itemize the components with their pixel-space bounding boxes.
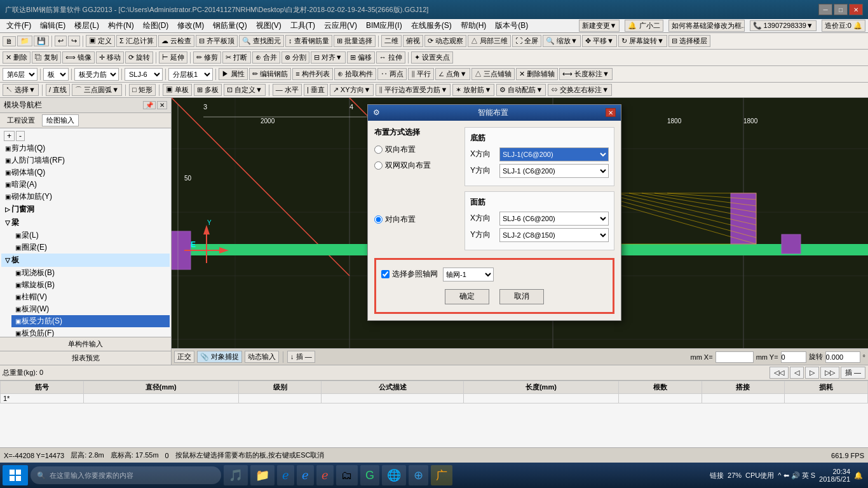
menu-bim[interactable]: BIM应用(I) (362, 19, 406, 32)
length-mark-btn[interactable]: ⟷ 长度标注▼ (559, 68, 613, 80)
tree-masonry-rebar[interactable]: ▣ 砌体加筋(Y) (1, 191, 170, 203)
horizontal-btn[interactable]: — 水平 (273, 84, 302, 96)
menu-file[interactable]: 文件(F) (3, 19, 35, 32)
top-view-btn[interactable]: 俯视 (403, 35, 423, 47)
cancel-button[interactable]: 取消 (499, 289, 544, 304)
multi-board-btn[interactable]: ⊞ 多板 (194, 84, 222, 96)
taskbar-clock[interactable]: 20:34 2018/5/21 (819, 468, 850, 483)
dialog-title-bar[interactable]: ⚙ 智能布置 ✕ (368, 105, 621, 121)
pick-component-btn[interactable]: ⊕ 拾取构件 (334, 68, 376, 80)
menu-online[interactable]: 在线服务(S) (407, 19, 456, 32)
dynamic-view-btn[interactable]: ⟳ 动态观察 (424, 35, 466, 47)
nav-drawing-input[interactable]: 绘图输入 (42, 114, 79, 126)
taskbar-files[interactable]: 🗂 (336, 465, 358, 485)
new-change-btn[interactable]: 新建变更▼ (579, 20, 620, 32)
cloud-check-btn[interactable]: ☁ 云检查 (158, 35, 194, 47)
minimize-button[interactable]: ─ (818, 4, 832, 15)
add-floor-btn[interactable]: + (4, 131, 15, 141)
tree-beam[interactable]: ▽ 梁 (1, 216, 170, 229)
sidebar-close-btn[interactable]: ✕ (157, 101, 167, 109)
help-link-btn[interactable]: 如何将基础梁修改为框... (668, 20, 745, 32)
first-btn[interactable]: ◁◁ (770, 367, 789, 379)
menu-tools[interactable]: 工具(T) (287, 19, 319, 32)
mirror-btn[interactable]: ⟺ 镜像 (62, 51, 95, 64)
taskbar-edge2[interactable]: ℯ (316, 465, 334, 485)
tree-slab-hole[interactable]: ▣ 板洞(W) (11, 303, 170, 315)
taskbar-ggj[interactable]: 广 (431, 465, 452, 485)
tree-slab-rebar[interactable]: ▣ 板受力筋(S) (11, 315, 170, 327)
level-btn[interactable]: ⊟ 齐平板顶 (196, 35, 238, 47)
menu-cloud[interactable]: 云应用(V) (320, 19, 361, 32)
define-btn[interactable]: ▣ 定义 (86, 35, 115, 47)
property-btn[interactable]: ▶ 属性 (219, 68, 248, 80)
zoom-btn[interactable]: 🔍 缩放▼ (543, 35, 581, 47)
modify-btn[interactable]: ✏ 修剪 (193, 51, 221, 64)
auto-config-btn[interactable]: ⚙ 自动配筋▼ (496, 84, 546, 96)
menu-view[interactable]: 视图(V) (252, 19, 285, 32)
last-btn[interactable]: ▷▷ (820, 367, 839, 379)
new-btn[interactable]: 🗎 (3, 36, 16, 46)
select-axis-checkbox-row[interactable]: 选择参照轴网 (381, 269, 438, 280)
tree-door-window[interactable]: ▷ 门窗洞 (1, 203, 170, 216)
bottom-x-select[interactable]: SLJ-1(C6@200) (499, 147, 609, 161)
menu-help[interactable]: 帮助(H) (457, 19, 491, 32)
menu-rebar[interactable]: 钢筋量(Q) (209, 19, 250, 32)
2d-btn[interactable]: 二维 (381, 35, 402, 47)
tree-masonry-wall[interactable]: ▣ 砌体墙(Q) (1, 166, 170, 179)
insert-row-btn[interactable]: 插 — (841, 367, 865, 379)
fullscreen-btn[interactable]: ⛶ 全屏 (512, 35, 541, 47)
menu-version[interactable]: 版本号(B) (491, 19, 532, 32)
local-3d-btn[interactable]: △ 局部三维 (468, 35, 511, 47)
xy-dir-btn[interactable]: ↗ XY方向▼ (330, 84, 374, 96)
taskbar-green-app[interactable]: G (360, 465, 379, 485)
parallel-edge-btn[interactable]: ∥ 平行边布置受力筋▼ (376, 84, 451, 96)
start-button[interactable] (3, 465, 28, 485)
move-btn[interactable]: ✛ 移动 (96, 51, 124, 64)
menu-draw[interactable]: 绘图(D) (139, 19, 173, 32)
top-x-select[interactable]: SLJ-6 (C6@200) (499, 212, 609, 226)
component-list-btn[interactable]: ≡ 构件列表 (292, 68, 332, 80)
nav-engineering-settings[interactable]: 工程设置 (3, 114, 39, 126)
cost-btn[interactable]: 造价豆:0 🔔 (822, 20, 865, 32)
open-btn[interactable]: 📁 (17, 36, 32, 46)
three-point-axis-btn[interactable]: △ 三点铺轴 (471, 68, 515, 80)
calc-btn[interactable]: Σ 汇总计算 (116, 35, 157, 47)
tree-column-cap[interactable]: ▣ 柱帽(V) (11, 291, 170, 303)
find-element-btn[interactable]: 🔍 查找图元 (239, 35, 284, 47)
taskbar-blue-app[interactable]: ⊕ (409, 465, 428, 485)
menu-floor[interactable]: 楼层(L) (71, 19, 103, 32)
taskbar-orange-app[interactable]: 🌐 (382, 465, 406, 485)
save-btn[interactable]: 💾 (34, 36, 49, 46)
rotate-comp-btn[interactable]: ⟳ 旋转 (125, 51, 153, 64)
redo-btn[interactable]: ↪ (68, 36, 80, 46)
view-rebar-btn[interactable]: ↕ 查看钢筋量 (285, 35, 332, 47)
radio-pair-direction[interactable]: 对向布置 (374, 214, 457, 225)
close-button[interactable]: ✕ (849, 4, 863, 15)
line-btn[interactable]: / 直线 (46, 84, 70, 96)
sidebar-pin-btn[interactable]: 📌 (143, 101, 156, 109)
two-point-btn[interactable]: ‥ 两点 (377, 68, 407, 80)
menu-component[interactable]: 构件(N) (104, 19, 138, 32)
arc-btn[interactable]: ⌒ 三点圆弧▼ (72, 84, 122, 96)
board-type-select[interactable]: 板 (43, 68, 69, 81)
tree-slab-neg-rebar[interactable]: ▣ 板负筋(F) (11, 327, 170, 337)
parallel-btn[interactable]: ∥ 平行 (408, 68, 434, 80)
axis-select[interactable]: 轴网-1 (443, 268, 494, 281)
tree-hidden-beam[interactable]: ▣ 暗梁(A) (1, 179, 170, 191)
swap-mark-btn[interactable]: ⇔ 交换左右标注▼ (548, 84, 612, 96)
rotate-btn[interactable]: ↻ 屏幕旋转▼ (618, 35, 667, 47)
menu-edit[interactable]: 编辑(E) (36, 19, 69, 32)
layer-select[interactable]: 第6层 (3, 68, 37, 81)
radio-bidirectional-mesh[interactable]: 双网双向布置 (374, 160, 457, 171)
taskbar-search[interactable]: 🔍 在这里输入你要搜索的内容 (31, 466, 221, 484)
copy-btn[interactable]: ⿻ 复制 (32, 51, 61, 64)
rect-btn[interactable]: □ 矩形 (129, 84, 156, 96)
taskbar-cortana[interactable]: 🎵 (224, 465, 248, 485)
radial-btn[interactable]: ✶ 放射筋▼ (452, 84, 494, 96)
remove-floor-btn[interactable]: - (16, 131, 25, 141)
maximize-button[interactable]: □ (834, 4, 848, 15)
rebar-type-select[interactable]: 板受力筋 (74, 68, 119, 81)
set-vertex-btn[interactable]: ✦ 设置夹点 (411, 51, 453, 64)
select-axis-checkbox[interactable] (381, 270, 390, 278)
split-btn[interactable]: ⊗ 分割 (281, 51, 309, 64)
